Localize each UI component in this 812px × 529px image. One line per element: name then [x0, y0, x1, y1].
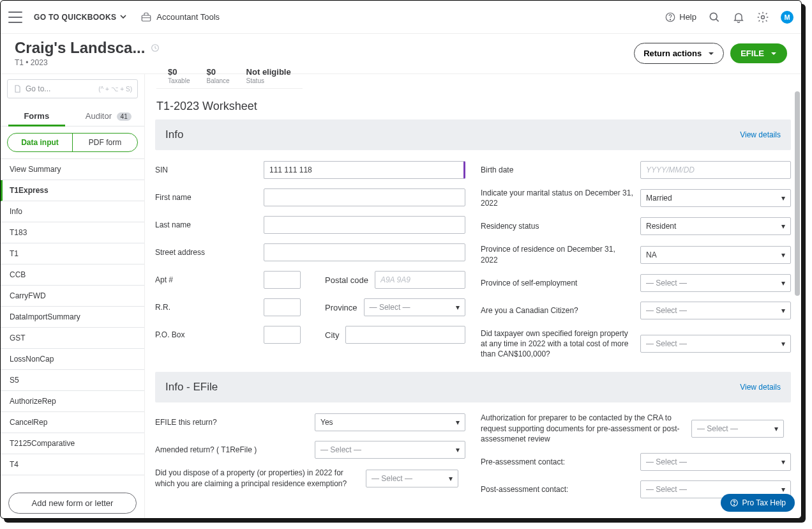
form-list-item[interactable]: T1Express [1, 180, 144, 201]
help-circle-icon [665, 12, 676, 23]
form-list-item[interactable]: T4 [1, 454, 144, 475]
efile-return-label: EFILE this return? [155, 417, 308, 427]
street-input[interactable] [264, 243, 465, 261]
street-label: Street address [155, 247, 257, 257]
citizen-select[interactable]: — Select —▾ [640, 302, 791, 319]
apt-label: Apt # [155, 275, 257, 285]
province-select[interactable]: — Select —▾ [364, 298, 465, 316]
form-list-item[interactable]: AuthorizeRep [1, 391, 144, 412]
caret-down-icon [708, 50, 714, 57]
user-avatar[interactable]: M [781, 11, 793, 24]
svg-point-7 [733, 504, 734, 505]
client-name: Craig's Landsca... [15, 39, 145, 57]
form-list-item[interactable]: T1 [1, 243, 144, 264]
form-list: View SummaryT1ExpressInfoT183T1CCBCarryF… [1, 158, 144, 485]
caret-down-icon [771, 50, 777, 57]
prov-res-select[interactable]: NA▾ [640, 246, 791, 264]
form-list-item[interactable]: S5 [1, 370, 144, 391]
view-toggle: Data input PDF form [7, 133, 138, 152]
form-list-item[interactable]: CancelRep [1, 412, 144, 433]
section-header-info: Info View details [155, 119, 791, 150]
city-label: City [325, 330, 339, 340]
form-list-item[interactable]: GST [1, 328, 144, 349]
chevron-down-icon [120, 13, 126, 22]
toggle-data-input[interactable]: Data input [8, 134, 72, 151]
auth-label: Authorization for preparer to be contact… [481, 413, 685, 444]
toolbox-icon [140, 12, 152, 23]
city-input[interactable] [345, 326, 465, 344]
birth-label: Birth date [481, 165, 634, 175]
pre-label: Pre-assessment contact: [481, 457, 634, 467]
postal-input[interactable] [375, 271, 465, 289]
form-list-item[interactable]: T183 [1, 222, 144, 243]
view-details-link[interactable]: View details [740, 383, 781, 392]
first-name-label: First name [155, 192, 257, 203]
apt-input[interactable] [264, 271, 301, 289]
prov-self-label: Province of self-employment [481, 278, 634, 288]
form-list-item[interactable]: CCB [1, 264, 144, 286]
form-list-item[interactable]: View Summary [1, 159, 144, 180]
worksheet-title: T1-2023 Worksheet [155, 100, 791, 113]
sin-input[interactable] [264, 161, 465, 179]
section-header-efile: Info - EFile View details [155, 372, 791, 402]
tab-forms[interactable]: Forms [1, 105, 73, 126]
return-subtitle: T1 • 2023 [15, 58, 160, 67]
search-icon[interactable] [708, 11, 721, 24]
add-form-button[interactable]: Add new form or letter [8, 493, 137, 514]
help-circle-icon [730, 498, 739, 507]
foreign-select[interactable]: — Select —▾ [640, 335, 791, 353]
foreign-label: Did taxpayer own specified foreign prope… [481, 328, 634, 360]
return-actions-button[interactable]: Return actions [634, 43, 724, 64]
province-label: Province [325, 303, 357, 312]
form-list-item[interactable]: Info [1, 201, 144, 222]
toggle-pdf-form[interactable]: PDF form [73, 134, 137, 151]
pre-select[interactable]: — Select —▾ [640, 453, 791, 471]
form-list-item[interactable]: DataImportSummary [1, 307, 144, 328]
rr-input[interactable] [264, 298, 301, 316]
document-icon [13, 84, 22, 93]
help-button[interactable]: Help [665, 12, 696, 23]
tab-auditor[interactable]: Auditor 41 [73, 105, 145, 126]
svg-point-4 [762, 15, 765, 19]
goto-search-input[interactable]: Go to... (^ + ⌥ + S) [7, 79, 138, 98]
marital-select[interactable]: Married▾ [640, 189, 791, 207]
pobox-label: P.O. Box [155, 330, 257, 340]
pobox-input[interactable] [264, 326, 301, 344]
svg-point-2 [670, 19, 671, 20]
last-name-input[interactable] [264, 216, 465, 234]
efile-return-select[interactable]: Yes▾ [315, 413, 465, 431]
settings-gear-icon[interactable] [756, 11, 769, 24]
post-label: Post-assessment contact: [481, 484, 634, 494]
efile-button[interactable]: EFILE [730, 43, 787, 63]
birth-input[interactable] [640, 161, 791, 179]
residency-label: Residency status [481, 221, 634, 231]
rr-label: R.R. [155, 302, 257, 312]
view-details-link[interactable]: View details [740, 130, 781, 139]
last-name-label: Last name [155, 220, 257, 230]
form-list-item[interactable]: T2125Comparative [1, 433, 144, 454]
prov-self-select[interactable]: — Select —▾ [640, 274, 791, 292]
refresh-icon[interactable] [150, 43, 160, 53]
pro-tax-help-button[interactable]: Pro Tax Help [721, 494, 795, 512]
postal-label: Postal code [325, 275, 368, 285]
notifications-icon[interactable] [732, 11, 745, 24]
go-to-quickbooks-button[interactable]: GO TO QUICKBOOKS [34, 13, 126, 22]
amended-select[interactable]: — Select —▾ [315, 441, 465, 459]
marital-label: Indicate your marital status on December… [481, 188, 634, 208]
first-name-input[interactable] [264, 188, 465, 206]
form-list-item[interactable]: CarryFWD [1, 286, 144, 307]
residency-select[interactable]: Resident▾ [640, 217, 791, 235]
accountant-tools-button[interactable]: Accountant Tools [140, 12, 220, 23]
dispose-label: Did you dispose of a property (or proper… [155, 468, 359, 488]
hamburger-menu-icon[interactable] [8, 12, 22, 23]
citizen-label: Are you a Canadian Citizen? [481, 305, 634, 316]
scrollbar[interactable] [793, 34, 801, 518]
amended-label: Amended return? ( T1ReFile ) [155, 445, 308, 455]
svg-rect-0 [142, 15, 151, 21]
sin-label: SIN [155, 165, 257, 175]
prov-res-label: Province of residence on December 31, 20… [481, 244, 634, 264]
dispose-select[interactable]: — Select —▾ [366, 470, 458, 487]
form-list-item[interactable]: LossNonCap [1, 349, 144, 370]
auth-select[interactable]: — Select —▾ [691, 420, 784, 438]
